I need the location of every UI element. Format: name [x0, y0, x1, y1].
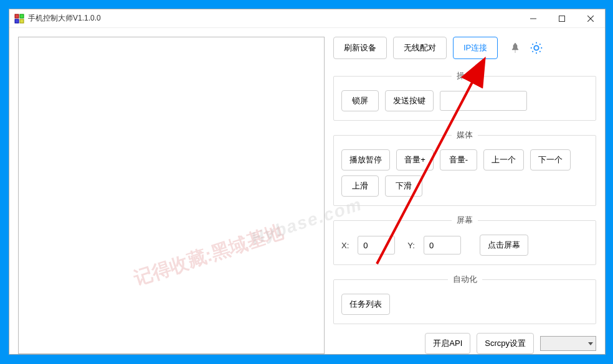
volume-up-button[interactable]: 音量+: [396, 149, 434, 170]
device-preview-panel: 记得收藏:黑域基地 Hybase.com: [18, 37, 325, 354]
send-key-input[interactable]: [440, 91, 527, 111]
prev-track-button[interactable]: 上一个: [483, 149, 524, 170]
svg-rect-3: [20, 19, 24, 23]
close-button[interactable]: [576, 9, 605, 28]
screen-legend: 屏幕: [452, 215, 478, 226]
svg-rect-1: [20, 14, 24, 18]
x-input[interactable]: [358, 236, 395, 254]
x-label: X:: [341, 241, 349, 250]
wireless-pair-button[interactable]: 无线配对: [393, 37, 447, 59]
automation-legend: 自动化: [448, 274, 482, 285]
swipe-down-button[interactable]: 下滑: [385, 175, 422, 197]
y-label: Y:: [407, 241, 415, 250]
titlebar[interactable]: 手机控制大师V1.1.0.0: [9, 9, 605, 28]
task-list-button[interactable]: 任务列表: [341, 294, 390, 315]
open-api-button[interactable]: 开启API: [425, 333, 470, 354]
swipe-up-button[interactable]: 上滑: [341, 175, 379, 197]
window-title: 手机控制大师V1.1.0.0: [28, 13, 519, 24]
watermark-text: 记得收藏:黑域基地: [131, 219, 287, 291]
automation-group: 自动化 任务列表: [333, 274, 596, 324]
settings-gear-icon[interactable]: [529, 40, 544, 55]
volume-down-button[interactable]: 音量-: [440, 149, 477, 170]
svg-rect-0: [15, 14, 19, 18]
operation-group: 操作 锁屏 发送按键: [333, 70, 596, 121]
device-combo[interactable]: [540, 336, 596, 351]
media-legend: 媒体: [452, 129, 478, 141]
pin-icon[interactable]: [508, 40, 523, 55]
operation-legend: 操作: [452, 70, 478, 82]
media-group: 媒体 播放暂停 音量+ 音量- 上一个 下一个 上滑 下滑: [333, 129, 596, 206]
ip-connect-button[interactable]: IP连接: [453, 37, 498, 59]
minimize-button[interactable]: [519, 9, 548, 28]
svg-rect-5: [559, 16, 565, 21]
app-window: 手机控制大师V1.1.0.0 记得收藏:黑域基地 Hybase.com 刷新设备…: [9, 9, 606, 355]
send-key-button[interactable]: 发送按键: [385, 90, 434, 111]
svg-rect-2: [15, 19, 19, 23]
scrcpy-settings-button[interactable]: Scrcpy设置: [477, 333, 534, 354]
play-pause-button[interactable]: 播放暂停: [341, 149, 390, 170]
controls-panel: 刷新设备 无线配对 IP连接 操作 锁屏 发送按键 媒体: [333, 37, 596, 354]
connection-row: 刷新设备 无线配对 IP连接: [333, 37, 596, 59]
refresh-devices-button[interactable]: 刷新设备: [333, 37, 387, 59]
y-input[interactable]: [424, 236, 461, 254]
app-icon: [14, 14, 24, 24]
maximize-button[interactable]: [548, 9, 576, 28]
screen-group: 屏幕 X: Y: 点击屏幕: [333, 215, 596, 265]
next-track-button[interactable]: 下一个: [530, 149, 571, 170]
lock-screen-button[interactable]: 锁屏: [341, 90, 379, 111]
tap-screen-button[interactable]: 点击屏幕: [480, 235, 528, 256]
content-area: 记得收藏:黑域基地 Hybase.com 刷新设备 无线配对 IP连接 操作 锁…: [9, 28, 605, 363]
bottom-row: 开启API Scrcpy设置: [333, 330, 596, 354]
